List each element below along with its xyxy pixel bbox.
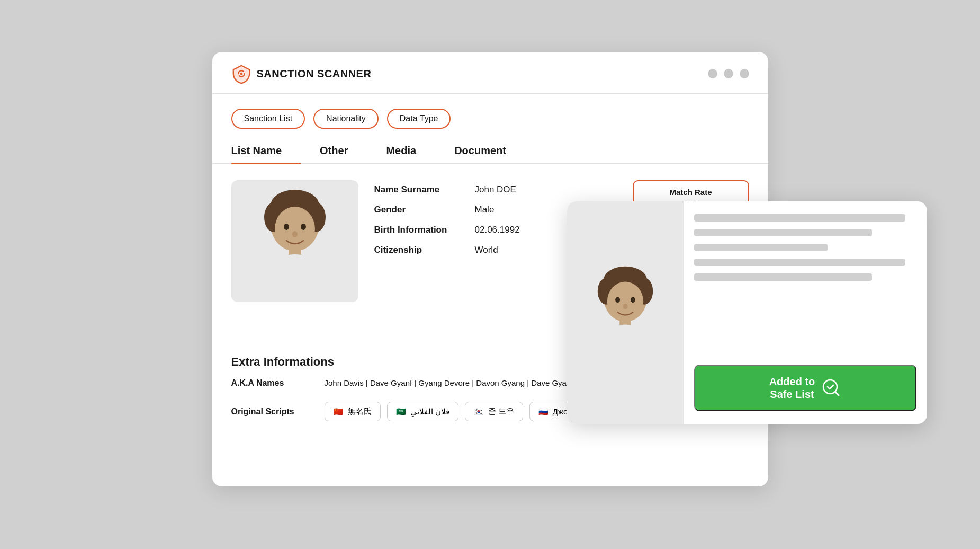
flag-ru: 🇷🇺 bbox=[538, 407, 549, 417]
flag-cn: 🇨🇳 bbox=[334, 407, 344, 417]
aka-label: A.K.A Names bbox=[231, 378, 316, 388]
flag-sa: 🇸🇦 bbox=[396, 407, 406, 417]
logo-text: SANCTION SCANNER bbox=[257, 68, 372, 80]
svg-point-19 bbox=[623, 304, 628, 309]
filter-sanction-list[interactable]: Sanction List bbox=[231, 109, 305, 129]
filter-bar: Sanction List Nationality Data Type bbox=[212, 94, 768, 139]
logo-area: SANCTION SCANNER bbox=[231, 64, 372, 84]
svg-rect-22 bbox=[599, 333, 652, 363]
overlay-person-svg bbox=[578, 262, 673, 363]
value-gender: Male bbox=[475, 205, 495, 215]
tab-list-name[interactable]: List Name bbox=[231, 139, 301, 163]
svg-point-0 bbox=[240, 73, 242, 75]
overlay-line-2 bbox=[694, 229, 872, 236]
script-chip-sa[interactable]: 🇸🇦 فلان الفلاني bbox=[387, 402, 458, 421]
svg-point-7 bbox=[301, 224, 306, 230]
text-kr: 존 도우 bbox=[488, 406, 514, 417]
overlay-card: Added toSafe List bbox=[567, 201, 927, 424]
label-gender: Gender bbox=[374, 205, 464, 215]
overlay-line-1 bbox=[694, 214, 905, 222]
value-birth: 02.06.1992 bbox=[475, 225, 520, 235]
magnify-icon bbox=[821, 378, 841, 398]
text-sa: فلان الفلاني bbox=[410, 407, 449, 417]
window-controls bbox=[708, 69, 749, 78]
info-row-name: Name Surname John DOE bbox=[374, 184, 617, 195]
card-header: SANCTION SCANNER bbox=[212, 52, 768, 94]
overlay-photo bbox=[567, 201, 684, 424]
aka-value: John Davis | Dave Gyanf | Gyang Devore |… bbox=[325, 378, 576, 387]
tab-media[interactable]: Media bbox=[386, 139, 435, 163]
window-control-3[interactable] bbox=[740, 69, 749, 78]
tab-other[interactable]: Other bbox=[320, 139, 367, 163]
tab-document[interactable]: Document bbox=[454, 139, 525, 163]
profile-photo bbox=[231, 180, 358, 302]
overlay-line-5 bbox=[694, 273, 872, 281]
person-svg bbox=[242, 185, 348, 297]
label-citizenship: Citizenship bbox=[374, 245, 464, 255]
value-citizenship: World bbox=[475, 245, 498, 255]
svg-point-17 bbox=[615, 297, 620, 303]
tabs-row: List Name Other Media Document bbox=[212, 139, 768, 164]
overlay-line-3 bbox=[694, 244, 828, 251]
value-name-surname: John DOE bbox=[475, 184, 516, 195]
label-name-surname: Name Surname bbox=[374, 184, 464, 195]
match-rate-label: Match Rate bbox=[644, 187, 738, 198]
text-cn: 無名氏 bbox=[348, 406, 372, 417]
filter-nationality[interactable]: Nationality bbox=[313, 109, 379, 129]
logo-icon bbox=[231, 64, 251, 84]
svg-point-6 bbox=[284, 224, 289, 230]
svg-point-5 bbox=[275, 207, 315, 251]
window-control-1[interactable] bbox=[708, 69, 717, 78]
window-control-2[interactable] bbox=[724, 69, 733, 78]
svg-point-18 bbox=[631, 297, 635, 303]
flag-kr: 🇰🇷 bbox=[474, 407, 484, 417]
scripts-row: 🇨🇳 無名氏 🇸🇦 فلان الفلاني 🇰🇷 존 도우 🇷🇺 Джон Д… bbox=[325, 402, 597, 421]
svg-point-8 bbox=[292, 231, 298, 237]
added-safe-label: Added toSafe List bbox=[769, 375, 815, 401]
overlay-line-4 bbox=[694, 259, 905, 266]
svg-rect-11 bbox=[266, 264, 324, 297]
scripts-label: Original Scripts bbox=[231, 407, 316, 417]
overlay-right: Added toSafe List bbox=[684, 201, 927, 424]
script-chip-kr[interactable]: 🇰🇷 존 도우 bbox=[465, 402, 523, 421]
svg-point-16 bbox=[607, 282, 643, 322]
filter-data-type[interactable]: Data Type bbox=[387, 109, 451, 129]
script-chip-cn[interactable]: 🇨🇳 無名氏 bbox=[325, 402, 381, 421]
label-birth: Birth Information bbox=[374, 225, 464, 235]
added-to-safe-list-button[interactable]: Added toSafe List bbox=[694, 365, 916, 411]
